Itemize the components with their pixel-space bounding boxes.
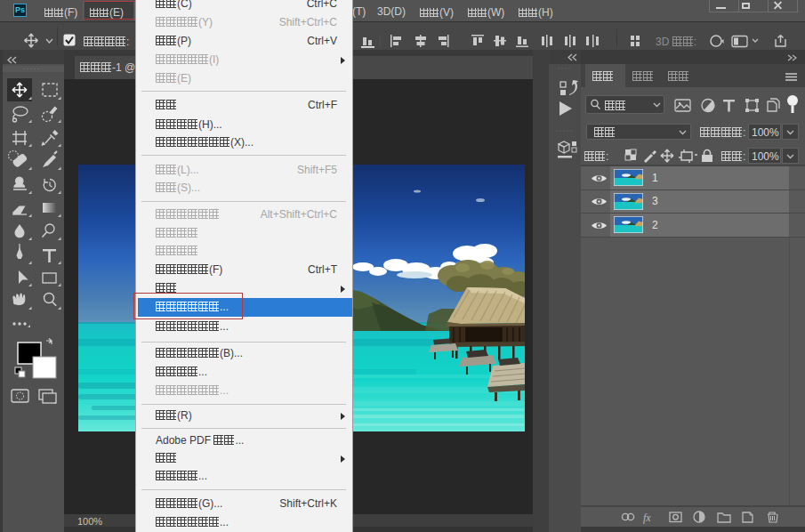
svg-text:fx: fx <box>643 512 651 524</box>
